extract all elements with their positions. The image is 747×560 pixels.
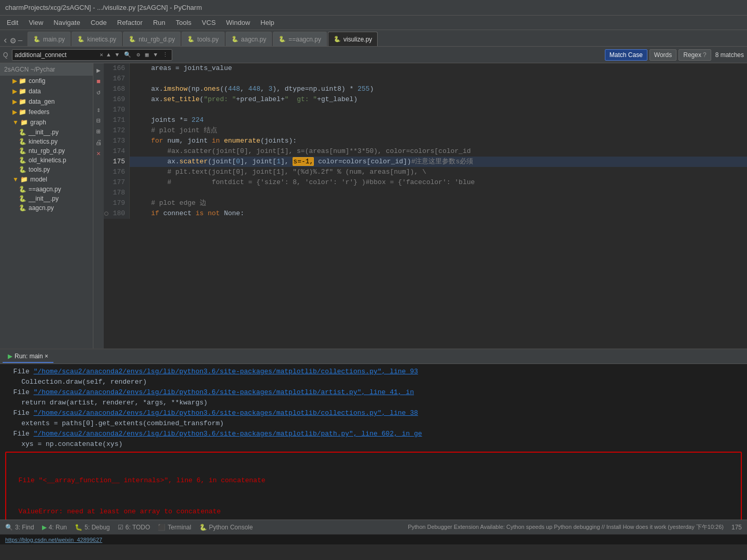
- sidebar-file-aagcn[interactable]: 🐍 aagcn.py: [0, 203, 93, 213]
- breakpoint-area-168[interactable]: [104, 84, 109, 94]
- search-down-btn[interactable]: ▼: [114, 51, 121, 59]
- find-status[interactable]: 🔍 3: Find: [5, 524, 34, 531]
- code-line-166: 166 areas = joints_value: [104, 63, 747, 74]
- sidebar-file-ntu[interactable]: 🐍 ntu_rgb_d.py: [0, 146, 93, 156]
- sidebar-file-tools-graph[interactable]: 🐍 tools.py: [0, 165, 93, 174]
- line-code-171: joints *= 224: [130, 115, 204, 125]
- traceback-link-2[interactable]: "/home/scau2/anaconda2/envs/lsg/lib/pyth…: [34, 388, 414, 396]
- sidebar-file-old-kinetics[interactable]: 🐍 old_kinetics.p: [0, 156, 93, 165]
- tab-run[interactable]: ▶ Run: main ×: [3, 351, 53, 363]
- breakpoint-area-167[interactable]: [104, 74, 109, 84]
- console-status[interactable]: 🐍 Python Console: [199, 524, 253, 531]
- search-options-btn[interactable]: ▼: [152, 51, 159, 59]
- breakpoint-area-169[interactable]: [104, 94, 109, 105]
- todo-icon: ☑: [118, 524, 123, 531]
- terminal-status[interactable]: ⬛ Terminal: [158, 524, 191, 531]
- breakpoint-area-172[interactable]: [104, 125, 109, 136]
- breakpoint-area-176[interactable]: [104, 167, 109, 177]
- back-btn[interactable]: ‹: [3, 35, 8, 46]
- breakpoint-area-173[interactable]: [104, 136, 109, 146]
- folder-icon-graph: ▼ 📁: [12, 119, 28, 126]
- code-line-175: 175 ax.scatter(joint[0], joint[1], s=-1,…: [104, 157, 747, 167]
- minimize-btn[interactable]: —: [18, 36, 22, 45]
- line-num-171: 171: [109, 115, 130, 125]
- sidebar-file-init-model[interactable]: 🐍 __init__.py: [0, 194, 93, 203]
- tab-main-py[interactable]: 🐍 main.py: [27, 32, 71, 46]
- filter-action-btn[interactable]: ⊞: [94, 127, 103, 136]
- todo-status[interactable]: ☑ 6: TODO: [118, 524, 150, 531]
- bottom-content[interactable]: File "/home/scau2/anaconda2/envs/lsg/lib…: [0, 364, 747, 520]
- tab-visulize-py[interactable]: 🐍 visulize.py: [328, 32, 378, 46]
- rerun-action-btn[interactable]: ↺: [94, 88, 103, 97]
- fold-action-btn[interactable]: ⊟: [94, 116, 103, 125]
- clear-console-btn[interactable]: ✕: [94, 149, 103, 158]
- menu-view[interactable]: View: [24, 18, 47, 27]
- menu-navigate[interactable]: Navigate: [49, 18, 84, 27]
- breakpoint-area-180[interactable]: [104, 208, 109, 219]
- menu-refactor[interactable]: Refactor: [113, 18, 147, 27]
- search-filter-btn[interactable]: ⚙: [135, 51, 142, 59]
- menu-edit[interactable]: Edit: [3, 18, 22, 27]
- debug-status[interactable]: 🐛 5: Debug: [75, 524, 110, 531]
- py-icon-init-graph: 🐍: [19, 129, 26, 136]
- tab-kinetics-py[interactable]: 🐍 kinetics.py: [72, 32, 122, 46]
- sidebar-item-feeders[interactable]: ▶ 📁 feeders: [0, 107, 93, 117]
- breakpoint-area-177[interactable]: [104, 177, 109, 188]
- line-code-170: [130, 105, 135, 115]
- breakpoint-area-171[interactable]: [104, 115, 109, 125]
- sidebar-item-model[interactable]: ▼ 📁 model: [0, 174, 93, 185]
- breakpoint-area-170[interactable]: [104, 105, 109, 115]
- clear-icon[interactable]: ✕: [100, 51, 103, 58]
- traceback-link-4[interactable]: "/home/scau2/anaconda2/envs/lsg/lib/pyth…: [34, 430, 422, 438]
- words-option[interactable]: Words: [649, 49, 676, 61]
- search-up-btn[interactable]: ▲: [105, 51, 112, 59]
- folder-icon-model: ▼ 📁: [12, 176, 28, 183]
- line-code-172: # plot joint 结点: [130, 125, 217, 136]
- editor-area[interactable]: 166 areas = joints_value 167 168 ax.imsh…: [104, 63, 747, 348]
- menu-run[interactable]: Run: [149, 18, 170, 27]
- stop-action-btn[interactable]: ■: [94, 77, 103, 86]
- traceback-link-1[interactable]: "/home/scau2/anaconda2/envs/lsg/lib/pyth…: [34, 368, 418, 375]
- tab-icon-aagcn: 🐍: [231, 36, 239, 43]
- code-line-169: 169 ax.set_title("pred: "+pred_label+" g…: [104, 94, 747, 105]
- menu-vcs[interactable]: VCS: [198, 18, 220, 27]
- menu-help[interactable]: Help: [256, 18, 279, 27]
- breakpoint-area-179[interactable]: [104, 198, 109, 208]
- sidebar-item-data[interactable]: ▶ 📁 data: [0, 86, 93, 96]
- menu-window[interactable]: Window: [222, 18, 254, 27]
- sidebar-file-aagcn-eq[interactable]: 🐍 ==aagcn.py: [0, 185, 93, 194]
- print-action-btn[interactable]: 🖨: [94, 138, 103, 147]
- tab-ntu-rgb-d-py[interactable]: 🐍 ntu_rgb_d.py: [123, 32, 181, 46]
- line-code-174: #ax.scatter(joint[0], joint[1], s=(areas…: [130, 146, 471, 157]
- status-bar: 🔍 3: Find ▶ 4: Run 🐛 5: Debug ☑ 6: TODO …: [0, 520, 747, 534]
- url-text[interactable]: https://blog.csdn.net/weixin_42899627: [5, 537, 102, 543]
- regex-option[interactable]: Regex ?: [679, 49, 711, 61]
- tab-tools-py[interactable]: 🐍 tools.py: [182, 32, 224, 46]
- breakpoint-area-174[interactable]: [104, 146, 109, 157]
- line-num-172: 172: [109, 125, 130, 136]
- search-more-btn[interactable]: ⋮: [161, 51, 170, 59]
- sidebar-item-graph[interactable]: ▼ 📁 graph: [0, 117, 93, 128]
- menu-tools[interactable]: Tools: [172, 18, 196, 27]
- tab-aagcn-py[interactable]: 🐍 aagcn.py: [226, 32, 272, 46]
- sidebar-file-init-graph[interactable]: 🐍 __init__.py: [0, 128, 93, 137]
- run-action-btn[interactable]: ▶: [94, 66, 103, 75]
- breakpoint-area-178[interactable]: [104, 188, 109, 198]
- traceback-link-3[interactable]: "/home/scau2/anaconda2/envs/lsg/lib/pyth…: [34, 409, 418, 417]
- run-status[interactable]: ▶ 4: Run: [42, 524, 67, 531]
- menu-code[interactable]: Code: [87, 18, 111, 27]
- breakpoint-area-166[interactable]: [104, 63, 109, 74]
- scroll-action-btn[interactable]: ⇕: [94, 105, 103, 115]
- search-find-btn[interactable]: 🔍: [122, 51, 133, 59]
- settings-btn[interactable]: ⚙: [10, 35, 16, 46]
- search-input[interactable]: [15, 51, 98, 59]
- sidebar-item-data-gen[interactable]: ▶ 📁 data_gen: [0, 96, 93, 107]
- search-scope-btn[interactable]: ▦: [144, 51, 150, 59]
- breakpoint-area-175[interactable]: [104, 157, 109, 167]
- sidebar-item-config[interactable]: ▶ 📁 config: [0, 76, 93, 86]
- sidebar-file-kinetics[interactable]: 🐍 kinetics.py: [0, 137, 93, 146]
- tab-aagcn2-py[interactable]: 🐍 ==aagcn.py: [273, 32, 327, 46]
- search-input-container[interactable]: ✕ ▲ ▼ 🔍 ⚙ ▦ ▼ ⋮: [12, 49, 172, 61]
- match-case-option[interactable]: Match Case: [605, 49, 647, 61]
- search-bar: Q ✕ ▲ ▼ 🔍 ⚙ ▦ ▼ ⋮ Match Case Words Regex…: [0, 47, 747, 63]
